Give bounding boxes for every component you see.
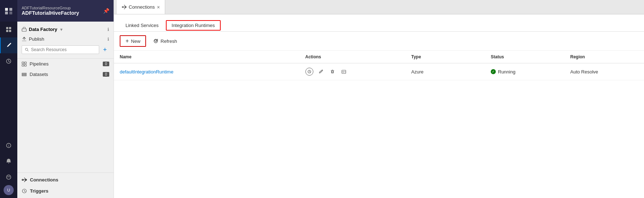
svg-point-13 — [9, 176, 10, 177]
main-content: Connections × Linked Services Integratio… — [114, 0, 644, 198]
tab-bar: Connections × — [114, 0, 644, 14]
svg-rect-18 — [25, 62, 26, 64]
rail-info-icon[interactable]: i — [0, 138, 17, 153]
sidebar-bottom: Connections Triggers — [17, 172, 114, 198]
nav-item-pipelines[interactable]: Pipelines 0 — [17, 59, 114, 69]
triggers-icon — [22, 188, 27, 194]
col-type: Type — [406, 51, 485, 63]
section-title-text: Data Factory — [29, 27, 57, 32]
rail-logo-area — [0, 0, 17, 22]
connections-panel: Linked Services Integration Runtimes + N… — [114, 14, 644, 198]
code-action-icon[interactable] — [340, 68, 348, 76]
svg-rect-15 — [22, 40, 26, 41]
svg-rect-0 — [5, 8, 8, 11]
pin-icon[interactable]: 📌 — [103, 8, 109, 14]
sub-tab-integration-runtimes[interactable]: Integration Runtimes — [166, 20, 221, 31]
svg-text:i: i — [8, 144, 9, 148]
datasets-label: Datasets — [30, 72, 48, 77]
nav-item-datasets-left: Datasets — [22, 72, 48, 77]
rail-monitor-icon[interactable] — [0, 53, 17, 69]
svg-point-12 — [8, 176, 8, 177]
search-box[interactable] — [22, 45, 99, 54]
tab-close-button[interactable]: × — [157, 4, 160, 10]
row-name: defaultIntegrationRuntime — [114, 63, 300, 80]
svg-rect-22 — [22, 74, 26, 75]
factory-section-icon — [22, 27, 27, 32]
col-actions: Actions — [300, 51, 406, 63]
status-label: Running — [498, 69, 515, 75]
row-type: Azure — [406, 63, 485, 80]
action-icons-group — [305, 68, 400, 76]
svg-point-16 — [25, 48, 27, 50]
svg-rect-3 — [9, 12, 12, 14]
refresh-icon — [153, 39, 158, 44]
nav-item-datasets[interactable]: Datasets 0 — [17, 69, 114, 80]
col-status: Status — [485, 51, 565, 63]
search-row: + — [22, 44, 109, 55]
row-actions — [300, 63, 406, 80]
publish-label: Publish — [29, 36, 44, 42]
connections-tab[interactable]: Connections × — [117, 0, 165, 14]
rail-author-icon[interactable] — [0, 37, 17, 53]
sidebar-item-connections[interactable]: Connections — [17, 174, 114, 185]
search-input[interactable] — [31, 47, 96, 52]
sidebar-header: ADFTutorialResourceGroup ADFTutorialHive… — [17, 0, 114, 22]
edit-action-icon[interactable] — [317, 68, 325, 76]
svg-rect-1 — [9, 8, 12, 11]
datasets-icon — [22, 72, 27, 77]
svg-rect-2 — [5, 12, 8, 14]
org-name: ADFTutorialResourceGroup — [22, 6, 79, 10]
section-info-icon[interactable]: ℹ — [107, 27, 109, 32]
col-name: Name — [114, 51, 300, 63]
svg-rect-20 — [25, 64, 26, 66]
sidebar: ADFTutorialResourceGroup ADFTutorialHive… — [17, 0, 114, 198]
svg-rect-21 — [22, 73, 26, 74]
sub-tabs: Linked Services Integration Runtimes — [114, 14, 644, 32]
datasets-badge: 0 — [103, 72, 109, 77]
rail-dashboard-icon[interactable] — [0, 22, 17, 37]
svg-point-11 — [6, 175, 11, 179]
user-avatar[interactable]: U — [4, 185, 14, 195]
pipelines-icon — [22, 62, 27, 67]
svg-rect-6 — [6, 30, 8, 32]
svg-rect-7 — [9, 30, 11, 32]
sidebar-item-triggers[interactable]: Triggers — [17, 185, 114, 197]
icon-rail: i U — [0, 0, 17, 198]
linked-services-tab-label: Linked Services — [125, 23, 159, 28]
sub-tab-linked-services[interactable]: Linked Services — [120, 20, 164, 32]
connections-icon — [22, 177, 27, 183]
publish-row[interactable]: Publish ℹ — [22, 34, 109, 44]
sidebar-header-text: ADFTutorialResourceGroup ADFTutorialHive… — [22, 6, 79, 16]
integration-runtimes-table-container: Name Actions Type Status Region defaultI… — [114, 51, 644, 198]
col-region: Region — [565, 51, 644, 63]
svg-rect-14 — [22, 29, 26, 31]
toolbar: + New Refresh — [114, 32, 644, 51]
nav-item-pipelines-left: Pipelines — [22, 61, 49, 67]
table-header: Name Actions Type Status Region — [114, 51, 644, 63]
rail-notifications-icon[interactable] — [0, 153, 17, 169]
connections-label: Connections — [30, 177, 58, 183]
svg-rect-17 — [22, 62, 24, 64]
new-label: New — [131, 39, 140, 44]
row-status: Running — [485, 63, 565, 80]
refresh-label: Refresh — [160, 39, 177, 44]
monitor-action-icon[interactable] — [305, 68, 313, 76]
svg-rect-23 — [22, 75, 26, 76]
add-resource-button[interactable]: + — [101, 45, 109, 54]
tab-connections-icon — [122, 5, 127, 9]
section-header: Data Factory ▼ ℹ — [22, 24, 109, 34]
table-row: defaultIntegrationRuntime — [114, 63, 644, 80]
triggers-label: Triggers — [30, 188, 48, 194]
section-title: Data Factory ▼ — [22, 27, 63, 32]
refresh-button[interactable]: Refresh — [149, 37, 181, 46]
svg-rect-5 — [9, 27, 11, 29]
svg-rect-4 — [6, 27, 8, 29]
adf-logo-icon — [4, 6, 13, 15]
pipelines-badge: 0 — [103, 62, 109, 66]
publish-info-icon[interactable]: ℹ — [107, 37, 109, 42]
delete-action-icon[interactable] — [328, 68, 336, 76]
integration-runtimes-table: Name Actions Type Status Region defaultI… — [114, 51, 644, 80]
publish-icon — [22, 37, 27, 42]
new-button[interactable]: + New — [120, 35, 146, 47]
rail-feedback-icon[interactable] — [0, 169, 17, 185]
